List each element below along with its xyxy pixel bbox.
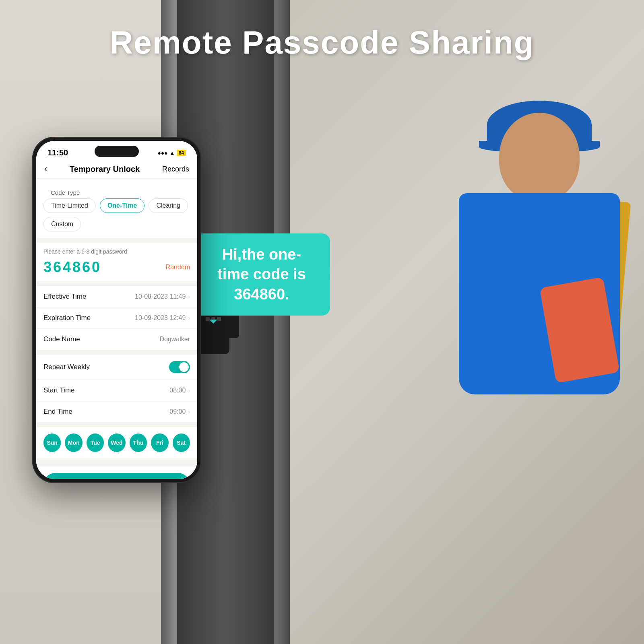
wifi-icon: ▲ [169, 150, 175, 156]
expiration-time-row[interactable]: Expiration Time 10-09-2023 12:49 › [36, 308, 197, 329]
code-type-label: Code Type [43, 184, 190, 198]
code-name-label: Code Name [43, 335, 80, 343]
signal-icon: ●●● [157, 150, 167, 156]
code-type-time-limited[interactable]: Time-Limited [43, 198, 96, 213]
repeat-weekly-label: Repeat Weekly [43, 363, 90, 371]
repeat-weekly-toggle[interactable] [169, 361, 190, 373]
phone-outer: 11:50 ●●● ▲ 64 ‹ Temporary Unlock Record… [32, 137, 201, 483]
end-time-label: End Time [43, 408, 72, 416]
code-type-buttons: Time-Limited One-Time Clearing Custom [43, 198, 190, 231]
page-title: Remote Passcode Sharing [0, 24, 644, 61]
day-sun[interactable]: Sun [43, 433, 61, 452]
random-button[interactable]: Random [166, 264, 190, 271]
info-section: Effective Time 10-08-2023 11:49 › Expira… [36, 286, 197, 350]
day-thu[interactable]: Thu [130, 433, 147, 452]
code-name-row[interactable]: Code Name Dogwalker [36, 329, 197, 350]
chevron-icon: › [188, 315, 190, 321]
dynamic-island [95, 146, 139, 157]
nav-title: Temporary Unlock [70, 165, 140, 174]
chevron-icon: › [188, 387, 190, 394]
start-time-label: Start Time [43, 386, 74, 394]
records-link[interactable]: Records [162, 165, 189, 173]
code-type-section: Code Type Time-Limited One-Time Clearing… [36, 179, 197, 238]
code-type-custom[interactable]: Custom [43, 217, 81, 231]
effective-time-value: 10-08-2023 11:49 › [135, 293, 190, 300]
effective-time-row[interactable]: Effective Time 10-08-2023 11:49 › [36, 286, 197, 308]
nav-bar: ‹ Temporary Unlock Records [36, 160, 197, 179]
expiration-time-label: Expiration Time [43, 314, 91, 322]
password-row: 364860 Random [43, 259, 190, 276]
repeat-weekly-row: Repeat Weekly [36, 355, 197, 380]
day-mon[interactable]: Mon [65, 433, 82, 452]
person-head [499, 113, 580, 201]
code-type-one-time[interactable]: One-Time [100, 198, 145, 213]
code-type-clearing[interactable]: Clearing [149, 198, 188, 213]
person-figure [314, 80, 644, 644]
day-tue[interactable]: Tue [87, 433, 104, 452]
save-button[interactable]: Save [43, 473, 190, 479]
chevron-icon: › [188, 293, 190, 300]
end-time-row[interactable]: End Time 09:00 › [36, 401, 197, 422]
effective-time-label: Effective Time [43, 293, 86, 301]
back-button[interactable]: ‹ [44, 164, 47, 174]
days-row: Sun Mon Tue Wed Thu Fri Sat [43, 433, 190, 452]
password-value[interactable]: 364860 [43, 259, 101, 276]
battery-indicator: 64 [177, 150, 186, 156]
lock-key [217, 317, 221, 321]
day-wed[interactable]: Wed [108, 433, 125, 452]
start-time-row[interactable]: Start Time 08:00 › [36, 380, 197, 401]
days-section: Sun Mon Tue Wed Thu Fri Sat [36, 427, 197, 458]
password-section: Please enter a 6-8 digit password 364860… [36, 243, 197, 281]
chevron-icon: › [188, 409, 190, 415]
status-icons: ●●● ▲ 64 [157, 150, 186, 156]
expiration-time-value: 10-09-2023 12:49 › [135, 314, 190, 322]
app-content: Code Type Time-Limited One-Time Clearing… [36, 179, 197, 479]
repeat-section: Repeat Weekly Start Time 08:00 › End Tim… [36, 355, 197, 422]
day-sat[interactable]: Sat [173, 433, 190, 452]
password-hint: Please enter a 6-8 digit password [43, 248, 190, 255]
end-time-value: 09:00 › [169, 408, 190, 415]
phone-mockup: 11:50 ●●● ▲ 64 ‹ Temporary Unlock Record… [32, 137, 201, 483]
save-section: Save [36, 466, 197, 479]
phone-screen: 11:50 ●●● ▲ 64 ‹ Temporary Unlock Record… [36, 141, 197, 479]
status-time: 11:50 [47, 148, 68, 157]
day-fri[interactable]: Fri [151, 433, 168, 452]
start-time-value: 08:00 › [169, 387, 190, 394]
chat-bubble: Hi,the one-time code is 364860. [193, 233, 330, 316]
code-name-value: Dogwalker [159, 336, 190, 343]
